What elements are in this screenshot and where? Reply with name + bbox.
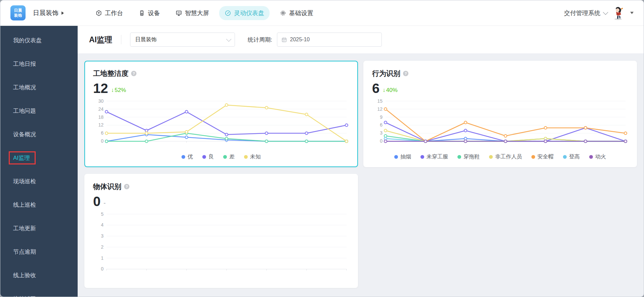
- app-logo[interactable]: 日晨 装饰: [10, 5, 26, 20]
- sidebar-item-AI监理[interactable]: AI监理: [0, 146, 78, 169]
- legend-label: 动火: [595, 153, 606, 160]
- legend-item-抽烟[interactable]: 抽烟: [394, 153, 411, 160]
- legend-item-良[interactable]: 良: [202, 153, 214, 160]
- sidebar-item-label: 统筹派工: [13, 295, 36, 297]
- nav-item-label: 智慧大屏: [185, 9, 209, 17]
- legend-dot-icon: [223, 155, 227, 159]
- legend-item-动火[interactable]: 动火: [589, 153, 606, 160]
- sidebar-item-label: 节点逾期: [13, 248, 36, 256]
- card-behavior-recognition[interactable]: 行为识别 ? 6 ↓40% 03691215 抽烟未穿工服穿拖鞋非工作人员安全帽…: [363, 61, 637, 167]
- legend-item-非工作人员[interactable]: 非工作人员: [489, 153, 522, 160]
- sidebar-item-设备概况[interactable]: 设备概况: [0, 122, 78, 146]
- project-select[interactable]: 日晨装饰: [130, 33, 235, 47]
- svg-text:15: 15: [377, 98, 383, 104]
- sidebar-item-工地更新[interactable]: 工地更新: [0, 216, 78, 240]
- system-switcher[interactable]: 交付管理系统: [564, 9, 607, 17]
- legend-label: 登高: [569, 153, 580, 160]
- card-object-recognition[interactable]: 物体识别 ? 0 - 012345: [84, 174, 358, 288]
- sidebar-item-线上验收[interactable]: 线上验收: [0, 263, 78, 287]
- legend-dot-icon: [531, 155, 535, 159]
- nav-item-label: 基础设置: [289, 9, 313, 17]
- sidebar-item-label: 我的仪表盘: [13, 37, 42, 44]
- nav-item-label: 设备: [148, 9, 160, 17]
- legend-label: 良: [208, 153, 214, 160]
- legend-item-未穿工服[interactable]: 未穿工服: [420, 153, 448, 160]
- line-chart: 0612182430: [93, 98, 349, 150]
- expand-caret-icon: [62, 11, 64, 15]
- nav-item-灵动仪表盘[interactable]: 灵动仪表盘: [219, 6, 270, 20]
- legend-item-安全帽[interactable]: 安全帽: [531, 153, 554, 160]
- svg-text:6: 6: [101, 130, 104, 136]
- filter-bar: AI监理 日晨装饰 统计周期: 2025-10: [78, 26, 644, 53]
- period-date-value: 2025-10: [290, 37, 310, 43]
- legend-dot-icon: [589, 155, 593, 159]
- sidebar-item-label: 线上巡检: [13, 201, 36, 209]
- sidebar-item-节点逾期[interactable]: 节点逾期: [0, 240, 78, 263]
- legend-dot-icon: [394, 155, 398, 159]
- svg-text:3: 3: [101, 233, 104, 239]
- legend-dot-icon: [457, 155, 461, 159]
- legend-dot-icon: [244, 155, 248, 159]
- navbar-items: 工作台设备智慧大屏灵动仪表盘基础设置: [90, 6, 319, 20]
- sidebar-item-线上巡检[interactable]: 线上巡检: [0, 193, 78, 216]
- legend-dot-icon: [202, 155, 206, 159]
- company-switcher[interactable]: 日晨装饰: [33, 9, 64, 17]
- help-icon[interactable]: ?: [131, 71, 136, 76]
- system-switcher-label: 交付管理系统: [564, 9, 600, 17]
- legend-item-优[interactable]: 优: [182, 153, 193, 160]
- nav-item-工作台[interactable]: 工作台: [90, 6, 128, 20]
- sidebar-item-工地日报[interactable]: 工地日报: [0, 52, 78, 76]
- nav-item-智慧大屏[interactable]: 智慧大屏: [170, 6, 214, 20]
- sidebar-item-label: 工地概况: [13, 84, 36, 91]
- legend-label: 非工作人员: [495, 153, 522, 160]
- card-title: 行为识别: [372, 69, 400, 78]
- help-icon[interactable]: ?: [124, 184, 129, 189]
- sidebar-item-统筹派工[interactable]: 统筹派工: [0, 287, 78, 297]
- legend-item-穿拖鞋[interactable]: 穿拖鞋: [457, 153, 480, 160]
- sidebar-item-工地问题[interactable]: 工地问题: [0, 99, 78, 122]
- legend-label: 安全帽: [537, 153, 554, 160]
- sidebar-item-现场巡检[interactable]: 现场巡检: [0, 169, 78, 193]
- help-icon[interactable]: ?: [403, 71, 408, 76]
- logo-text-line2: 装饰: [14, 13, 22, 18]
- sidebar-item-工地概况[interactable]: 工地概况: [0, 76, 78, 99]
- svg-text:1: 1: [101, 255, 104, 261]
- svg-text:5: 5: [101, 211, 104, 217]
- legend-item-登高[interactable]: 登高: [563, 153, 580, 160]
- sidebar-item-label: 工地问题: [13, 107, 36, 115]
- legend-item-差[interactable]: 差: [223, 153, 235, 160]
- sidebar-item-label: 工地日报: [13, 60, 36, 68]
- svg-text:18: 18: [98, 114, 104, 120]
- nav-item-基础设置[interactable]: 基础设置: [274, 6, 319, 20]
- chart-legend: 优良差未知: [93, 153, 349, 160]
- legend-label: 未知: [250, 153, 261, 160]
- legend-item-未知[interactable]: 未知: [244, 153, 261, 160]
- svg-text:3: 3: [380, 130, 383, 136]
- svg-text:6: 6: [380, 122, 383, 128]
- legend-dot-icon: [420, 155, 424, 159]
- avatar[interactable]: [611, 6, 626, 20]
- stat-value: 12: [93, 82, 108, 95]
- arrow-down-icon: ↓: [383, 87, 386, 93]
- svg-text:0: 0: [380, 138, 383, 144]
- svg-text:12: 12: [98, 122, 104, 128]
- legend-label: 穿拖鞋: [464, 153, 480, 160]
- period-date-input[interactable]: 2025-10: [277, 33, 382, 47]
- dashboard-content: 工地整洁度 ? 12 ↓52% 0612182430 优良差未知 行为识别 ? …: [78, 53, 644, 297]
- workbench-icon: [95, 10, 102, 16]
- sidebar-item-label: 设备概况: [13, 131, 36, 138]
- nav-item-label: 工作台: [105, 9, 123, 17]
- svg-text:24: 24: [98, 106, 104, 112]
- divider: [121, 35, 121, 44]
- legend-label: 差: [229, 153, 235, 160]
- card-site-cleanliness[interactable]: 工地整洁度 ? 12 ↓52% 0612182430 优良差未知: [84, 61, 358, 167]
- legend-label: 未穿工服: [427, 153, 448, 160]
- calendar-icon: [281, 37, 287, 43]
- sidebar-item-我的仪表盘[interactable]: 我的仪表盘: [0, 29, 78, 52]
- account-caret-icon[interactable]: [630, 12, 634, 14]
- settings-gear-icon: [280, 10, 286, 16]
- legend-label: 抽烟: [400, 153, 411, 160]
- device-icon: [138, 10, 145, 16]
- nav-item-设备[interactable]: 设备: [133, 6, 165, 20]
- legend-dot-icon: [182, 155, 185, 159]
